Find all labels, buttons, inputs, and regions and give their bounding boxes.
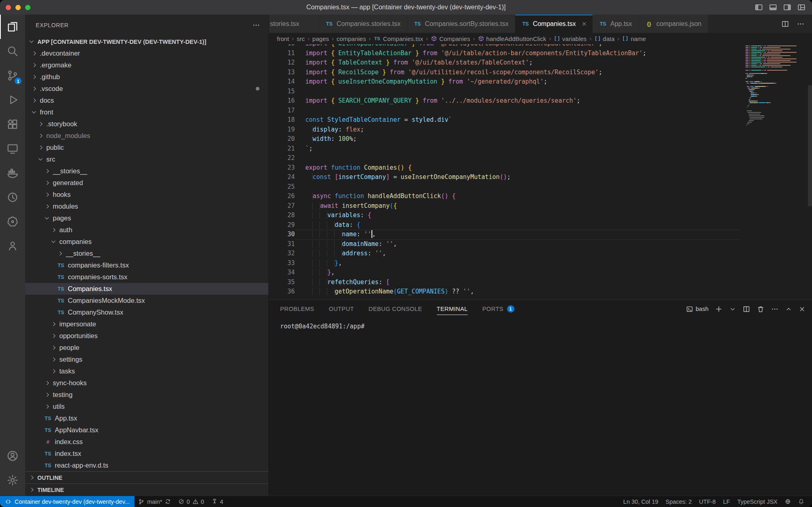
activity-accounts-button[interactable] bbox=[0, 444, 25, 468]
code-line-11[interactable]: 11import { EntityTableActionBar } from '… bbox=[269, 49, 741, 58]
breadcrumb-pages[interactable]: pages bbox=[312, 35, 329, 42]
folder-.vscode[interactable]: .vscode bbox=[25, 83, 268, 95]
kill-terminal-icon[interactable] bbox=[757, 305, 764, 313]
maximize-panel-icon[interactable] bbox=[785, 306, 792, 313]
code-line-13[interactable]: 13import { RecoilScope } from '@/ui/util… bbox=[269, 68, 741, 78]
breadcrumb-Companies.tsx[interactable]: TSCompanies.tsx bbox=[374, 35, 423, 42]
folder-src[interactable]: src bbox=[25, 153, 268, 165]
terminal-content[interactable]: root@0a42ecd84891:/app# bbox=[269, 318, 812, 496]
code-line-15[interactable]: 15 bbox=[269, 87, 741, 97]
activity-settings-button[interactable] bbox=[0, 468, 25, 492]
code-line-29[interactable]: 29 data: { bbox=[269, 220, 741, 230]
maximize-window-button[interactable] bbox=[25, 5, 30, 10]
code-line-35[interactable]: 35 refetchQueries: [ bbox=[269, 278, 741, 287]
code-line-17[interactable]: 17 bbox=[269, 106, 741, 116]
section-timeline[interactable]: TIMELINE bbox=[25, 483, 268, 496]
scrollbar-thumb[interactable] bbox=[808, 85, 812, 207]
customize-layout-icon[interactable] bbox=[797, 3, 806, 11]
minimize-window-button[interactable] bbox=[15, 5, 21, 10]
code-line-31[interactable]: 31 domainName: '', bbox=[269, 239, 741, 249]
code-line-33[interactable]: 33 }, bbox=[269, 259, 741, 268]
code-line-19[interactable]: 19 display: flex; bbox=[269, 125, 741, 135]
file-Companies.tsx[interactable]: TSCompanies.tsx bbox=[25, 283, 268, 295]
code-line-16[interactable]: 16import { SEARCH_COMPANY_QUERY } from '… bbox=[269, 96, 741, 106]
file-react-app-env.d.ts[interactable]: TSreact-app-env.d.ts bbox=[25, 460, 268, 471]
breadcrumb-variables[interactable]: variables bbox=[554, 35, 587, 42]
breadcrumb-data[interactable]: data bbox=[594, 35, 615, 42]
file-index.css[interactable]: #index.css bbox=[25, 436, 268, 448]
status-item-2[interactable]: UTF-8 bbox=[695, 496, 719, 507]
folder-.github[interactable]: .github bbox=[25, 71, 268, 83]
activity-gitlens-button[interactable] bbox=[0, 185, 25, 209]
status-item-0[interactable]: Ln 30, Col 19 bbox=[620, 496, 662, 507]
panel-bottom-icon[interactable] bbox=[769, 3, 777, 11]
breadcrumb-Companies[interactable]: Companies bbox=[431, 35, 470, 42]
tab-App.tsx[interactable]: TSApp.tsx bbox=[593, 15, 639, 33]
folder-auth[interactable]: auth bbox=[25, 224, 268, 236]
file-companies-filters.tsx[interactable]: TScompanies-filters.tsx bbox=[25, 259, 268, 271]
terminal-dropdown-icon[interactable] bbox=[729, 306, 736, 313]
code-line-18[interactable]: 18const StyledTableContainer = styled.di… bbox=[269, 115, 741, 125]
code-line-20[interactable]: 20 width: 100%; bbox=[269, 134, 741, 144]
folder-utils[interactable]: utils bbox=[25, 401, 268, 412]
folder-public[interactable]: public bbox=[25, 142, 268, 153]
workspace-section-header[interactable]: APP [CONTAINER DEV-TWENTY-DEV (DEV-TWENT… bbox=[25, 36, 268, 47]
code-line-27[interactable]: 27 await insertCompany({ bbox=[269, 201, 741, 211]
activity-explorer-button[interactable] bbox=[0, 15, 25, 39]
file-index.tsx[interactable]: TSindex.tsx bbox=[25, 448, 268, 460]
status-item-1[interactable]: Spaces: 2 bbox=[662, 496, 695, 507]
code-line-22[interactable]: 22 bbox=[269, 153, 741, 163]
folder-people[interactable]: people bbox=[25, 342, 268, 354]
code-line-34[interactable]: 34 }, bbox=[269, 268, 741, 278]
folder-.ergomake[interactable]: .ergomake bbox=[25, 59, 268, 71]
file-CompaniesMockMode.tsx[interactable]: TSCompaniesMockMode.tsx bbox=[25, 295, 268, 306]
breadcrumb-name[interactable]: name bbox=[622, 35, 646, 42]
folder-hooks[interactable]: hooks bbox=[25, 189, 268, 201]
code-line-30[interactable]: 30 name: '', bbox=[269, 230, 741, 239]
activity-kubernetes-button[interactable] bbox=[0, 209, 25, 234]
status-item-4[interactable]: TypeScript JSX bbox=[734, 496, 781, 507]
activity-run-debug-button[interactable] bbox=[0, 88, 25, 112]
activity-source-control-button[interactable]: 1 bbox=[0, 63, 25, 88]
folder-companies[interactable]: companies bbox=[25, 236, 268, 248]
problems-indicator[interactable]: 00 bbox=[175, 496, 208, 507]
panel-right-icon[interactable] bbox=[783, 3, 791, 11]
breadcrumb-handleAddButtonClick[interactable]: handleAddButtonClick bbox=[478, 35, 546, 42]
close-tab-icon[interactable] bbox=[580, 20, 588, 28]
activity-extensions-button[interactable] bbox=[0, 112, 25, 136]
activity-remote-explorer-button[interactable] bbox=[0, 136, 25, 161]
folder-.storybook[interactable]: .storybook bbox=[25, 118, 268, 130]
more-actions-icon[interactable] bbox=[252, 21, 260, 29]
panel-tab-output[interactable]: OUTPUT bbox=[329, 300, 354, 318]
close-window-button[interactable] bbox=[6, 5, 11, 10]
folder-sync-hooks[interactable]: sync-hooks bbox=[25, 377, 268, 389]
folder-pages[interactable]: pages bbox=[25, 212, 268, 224]
split-editor-icon[interactable] bbox=[781, 20, 789, 28]
shell-selector[interactable]: bash bbox=[686, 306, 708, 313]
folder-front[interactable]: front bbox=[25, 106, 268, 118]
file-CompanyShow.tsx[interactable]: TSCompanyShow.tsx bbox=[25, 306, 268, 318]
code-line-26[interactable]: 26 async function handleAddButtonClick()… bbox=[269, 192, 741, 201]
folder-impersonate[interactable]: impersonate bbox=[25, 318, 268, 330]
close-panel-icon[interactable] bbox=[799, 306, 806, 313]
panel-tab-terminal[interactable]: TERMINAL bbox=[437, 300, 468, 318]
code-line-23[interactable]: 23export function Companies() { bbox=[269, 163, 741, 173]
tab-Companies.stories.tsx[interactable]: TSCompanies.stories.tsx bbox=[319, 15, 407, 33]
code-line-28[interactable]: 28 variables: { bbox=[269, 211, 741, 220]
activity-live-share-button[interactable] bbox=[0, 234, 25, 258]
code-line-32[interactable]: 32 address: '', bbox=[269, 249, 741, 259]
breadcrumb-src[interactable]: src bbox=[297, 35, 305, 42]
tab-Companies.sortBy.stories.tsx[interactable]: TSCompanies.sortBy.stories.tsx bbox=[407, 15, 515, 33]
folder-generated[interactable]: generated bbox=[25, 177, 268, 189]
ports-indicator[interactable]: 4 bbox=[208, 496, 227, 507]
activity-docker-button[interactable] bbox=[0, 161, 25, 185]
folder-tasks[interactable]: tasks bbox=[25, 365, 268, 377]
file-App.tsx[interactable]: TSApp.tsx bbox=[25, 412, 268, 424]
folder-node_modules[interactable]: node_modules bbox=[25, 130, 268, 142]
folder-modules[interactable]: modules bbox=[25, 201, 268, 212]
more-actions-icon[interactable] bbox=[797, 20, 805, 28]
notifications-indicator[interactable] bbox=[795, 496, 808, 507]
folder-opportunities[interactable]: opportunities bbox=[25, 330, 268, 342]
tab-Companies.tsx[interactable]: TSCompanies.tsx bbox=[515, 15, 593, 33]
code-line-12[interactable]: 12import { TableContext } from '@/ui/tab… bbox=[269, 58, 741, 68]
